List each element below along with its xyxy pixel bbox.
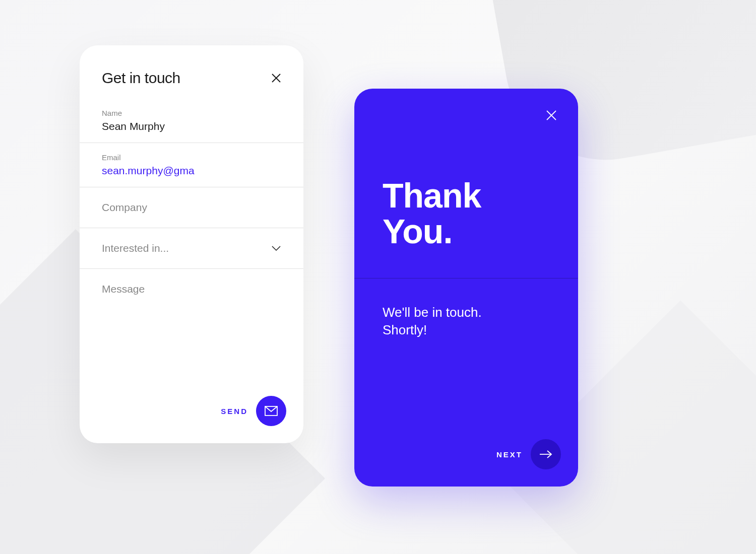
email-value: sean.murphy@gma [102,165,281,177]
next-button[interactable]: NEXT [496,439,561,469]
divider [354,278,578,279]
send-label: SEND [221,407,248,416]
interest-dropdown[interactable]: Interested in... [80,228,303,269]
send-icon-circle [256,396,286,426]
thanks-subtitle-line1: We'll be in touch. [383,304,550,321]
next-icon-circle [531,439,561,469]
next-label: NEXT [496,450,523,459]
message-placeholder: Message [102,283,281,295]
contact-form-card: Get in touch Name Sean Murphy Email sean… [80,45,303,443]
close-icon [546,110,557,121]
name-field[interactable]: Name Sean Murphy [80,99,303,143]
name-label: Name [102,109,281,117]
interest-placeholder: Interested in... [102,242,169,254]
thank-you-card: Thank You. We'll be in touch. Shortly! N… [354,89,578,487]
thanks-subtitle: We'll be in touch. Shortly! [354,304,578,339]
email-field[interactable]: Email sean.murphy@gma [80,143,303,187]
close-icon [271,73,281,83]
send-button[interactable]: SEND [221,396,286,426]
arrow-right-icon [539,450,552,459]
chevron-down-icon [271,245,281,251]
thanks-title-line2: You. [383,214,550,249]
thanks-title-line1: Thank [383,178,550,214]
form-title: Get in touch [102,70,180,87]
message-field[interactable]: Message [80,269,303,309]
thanks-title: Thank You. [354,178,578,250]
close-button[interactable] [271,73,281,83]
name-value: Sean Murphy [102,120,281,132]
company-field[interactable]: Company [80,187,303,228]
email-label: Email [102,153,281,162]
company-placeholder: Company [102,201,281,214]
mail-icon [265,406,278,416]
thanks-subtitle-line2: Shortly! [383,321,550,339]
close-button[interactable] [546,110,557,123]
